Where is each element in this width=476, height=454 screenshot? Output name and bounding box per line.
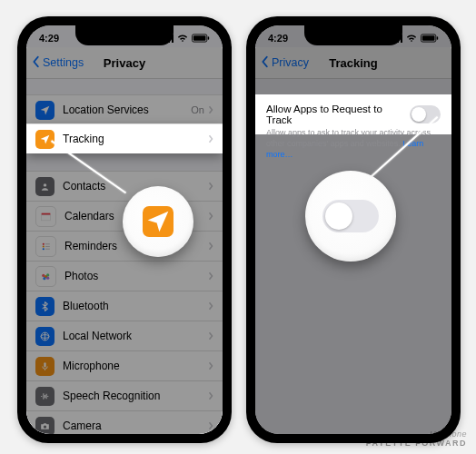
location-icon (35, 101, 55, 120)
chevron-right-icon (208, 212, 213, 221)
page-title: Privacy (104, 56, 145, 70)
svg-point-17 (42, 273, 45, 276)
svg-point-12 (43, 248, 45, 250)
svg-point-24 (44, 425, 46, 428)
row-local-network[interactable]: Local Network (26, 321, 223, 350)
callout-tracking-icon (123, 186, 193, 257)
chevron-left-icon (32, 55, 41, 71)
chevron-right-icon (208, 242, 213, 251)
notch (75, 25, 174, 45)
svg-rect-9 (42, 214, 51, 220)
row-detail: On (191, 104, 204, 115)
svg-rect-15 (45, 248, 50, 249)
chevron-right-icon (208, 182, 213, 191)
row-camera[interactable]: Camera (26, 410, 223, 434)
row-microphone[interactable]: Microphone (26, 350, 223, 380)
toggle-icon (322, 200, 379, 232)
svg-point-18 (46, 273, 49, 276)
chevron-right-icon (208, 301, 213, 311)
wifi-icon (406, 34, 417, 43)
chevron-right-icon (208, 421, 213, 430)
row-photos[interactable]: Photos (26, 261, 223, 291)
camera-icon (35, 417, 55, 435)
svg-rect-14 (45, 245, 50, 246)
row-location-services[interactable]: Location Services On (26, 94, 223, 124)
battery-icon (421, 34, 439, 43)
page-title: Tracking (329, 56, 377, 70)
nav-bar: Privacy Tracking (255, 47, 451, 79)
speech-icon (35, 387, 55, 406)
svg-point-10 (43, 242, 45, 244)
back-label: Settings (43, 56, 84, 69)
chevron-right-icon (208, 391, 213, 400)
chevron-right-icon (208, 271, 213, 281)
chevron-left-icon (261, 55, 270, 71)
notch (304, 25, 402, 45)
contacts-icon (35, 177, 55, 196)
svg-point-20 (46, 276, 49, 279)
nav-bar: Settings Privacy (26, 47, 223, 79)
toggle-allow-tracking[interactable] (410, 105, 441, 123)
chevron-right-icon (208, 331, 213, 340)
chevron-right-icon (208, 134, 213, 143)
callout-toggle (305, 171, 396, 262)
watermark-line2: PAYETTE FORWARD (366, 439, 467, 449)
row-label: Microphone (63, 360, 208, 372)
tracking-icon (35, 130, 55, 149)
svg-rect-34 (437, 36, 438, 40)
row-tracking[interactable]: Tracking (26, 123, 223, 153)
microphone-icon (35, 357, 55, 376)
row-label: Allow Apps to Request to Track (266, 104, 410, 125)
bluetooth-icon (35, 297, 55, 316)
watermark: UpPhone PAYETTE FORWARD (366, 430, 467, 449)
svg-point-11 (43, 245, 45, 247)
status-time: 4:29 (39, 33, 59, 44)
svg-point-7 (44, 183, 46, 186)
row-bluetooth[interactable]: Bluetooth (26, 291, 223, 321)
row-contacts[interactable]: Contacts (26, 171, 223, 201)
row-label: Speech Recognition (63, 390, 208, 402)
caption: Allow apps to ask to track your activity… (266, 127, 441, 160)
photos-icon (35, 266, 56, 287)
row-label: Contacts (63, 180, 208, 192)
back-label: Privacy (272, 56, 309, 69)
svg-rect-5 (193, 35, 206, 40)
svg-rect-13 (45, 243, 50, 244)
row-label: Photos (64, 270, 208, 282)
row-label: Camera (63, 419, 208, 432)
status-time: 4:29 (268, 33, 288, 44)
reminders-icon (35, 236, 56, 257)
svg-rect-33 (422, 35, 435, 40)
row-speech[interactable]: Speech Recognition (26, 380, 223, 410)
chevron-right-icon (208, 361, 213, 370)
svg-rect-23 (44, 362, 45, 367)
network-icon (35, 327, 55, 346)
svg-point-19 (43, 277, 45, 280)
wifi-icon (177, 34, 188, 43)
row-label: Location Services (63, 104, 191, 116)
tracking-icon (143, 206, 174, 237)
battery-icon (192, 34, 210, 43)
back-button[interactable]: Settings (32, 47, 84, 78)
row-label: Local Network (63, 330, 208, 342)
row-label: Tracking (63, 133, 208, 145)
back-button[interactable]: Privacy (261, 47, 309, 78)
svg-rect-8 (42, 212, 51, 214)
chevron-right-icon (208, 105, 213, 114)
row-label: Bluetooth (63, 300, 208, 312)
calendar-icon (35, 206, 56, 227)
svg-rect-6 (208, 36, 209, 40)
